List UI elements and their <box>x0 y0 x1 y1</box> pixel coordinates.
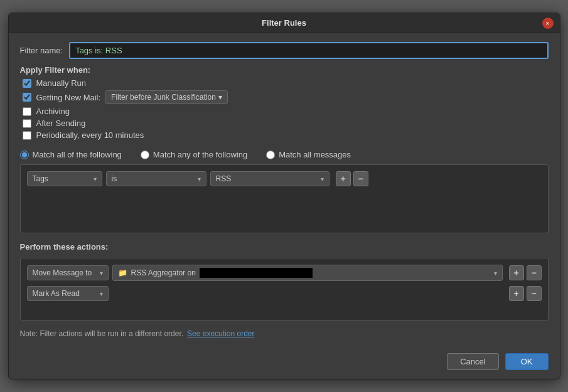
match-any-following-label: Match any of the following <box>153 150 247 159</box>
note-row: Note: Filter actions will be run in a di… <box>20 329 549 338</box>
close-button[interactable]: × <box>542 18 554 29</box>
match-all-messages-row: Match all messages <box>266 150 351 159</box>
apply-filter-label: Apply Filter when: <box>20 65 549 75</box>
junk-classification-dropdown[interactable]: Filter before Junk Classification ▾ <box>105 90 228 104</box>
filter-name-row: Filter name: Tags is: RSS <box>20 42 549 59</box>
action2-add-button[interactable]: + <box>509 286 524 301</box>
action1-remove-button[interactable]: − <box>527 265 542 280</box>
filter-name-label: Filter name: <box>20 46 63 55</box>
condition-remove-button[interactable]: − <box>353 171 368 186</box>
title-bar: Filter Rules × <box>9 13 560 33</box>
getting-new-mail-checkbox[interactable] <box>23 93 31 102</box>
action2-row: Mark As Read ▾ + − <box>27 286 542 301</box>
filter-rules-dialog: Filter Rules × Filter name: Tags is: RSS… <box>8 13 560 379</box>
archiving-checkbox[interactable] <box>23 107 31 116</box>
action1-row: Move Message to ▾ 📁 RSS Aggregator on ▾ … <box>27 265 542 281</box>
match-any-following-row: Match any of the following <box>141 150 247 159</box>
manually-run-label: Manually Run <box>36 78 87 88</box>
getting-new-mail-label: Getting New Mail: <box>36 93 101 102</box>
condition-value-dropdown[interactable]: RSS ▾ <box>210 171 330 186</box>
folder-icon: 📁 <box>118 268 127 277</box>
rss-path-redacted <box>200 268 313 278</box>
match-any-following-radio[interactable] <box>141 151 149 159</box>
condition-add-button[interactable]: + <box>336 171 351 186</box>
match-all-messages-radio[interactable] <box>266 151 275 159</box>
perform-section: Perform these actions: Move Message to ▾… <box>20 242 549 320</box>
note-text: Note: Filter actions will be run in a di… <box>20 329 184 338</box>
getting-new-mail-row: Getting New Mail: Filter before Junk Cla… <box>20 89 549 105</box>
periodically-checkbox[interactable] <box>23 131 31 140</box>
after-sending-row: After Sending <box>20 117 549 129</box>
match-all-following-row: Match all of the following <box>20 150 122 159</box>
dialog-title: Filter Rules <box>262 18 306 28</box>
action2-dropdown[interactable]: Mark As Read ▾ <box>27 286 109 301</box>
filter-name-input[interactable]: Tags is: RSS <box>69 42 548 59</box>
dialog-footer: Cancel OK <box>9 347 560 379</box>
match-all-following-radio[interactable] <box>20 151 29 159</box>
archiving-label: Archiving <box>36 107 70 116</box>
condition-field-dropdown[interactable]: Tags ▾ <box>27 171 102 186</box>
conditions-area: Tags ▾ is ▾ RSS ▾ + − <box>20 164 549 233</box>
condition-row: Tags ▾ is ▾ RSS ▾ + − <box>27 171 542 186</box>
periodically-row: Periodically, every 10 minutes <box>20 129 549 141</box>
see-execution-order-link[interactable]: See execution order <box>187 329 254 338</box>
perform-actions-label: Perform these actions: <box>20 242 549 252</box>
action1-add-button[interactable]: + <box>509 265 524 280</box>
actions-container: Move Message to ▾ 📁 RSS Aggregator on ▾ … <box>20 258 549 320</box>
condition-operator-dropdown[interactable]: is ▾ <box>106 171 206 186</box>
manually-run-checkbox[interactable] <box>23 79 31 88</box>
action1-target[interactable]: 📁 RSS Aggregator on ▾ <box>112 265 503 281</box>
action2-remove-button[interactable]: − <box>527 286 542 301</box>
cancel-button[interactable]: Cancel <box>447 353 498 370</box>
condition-add-remove: + − <box>336 171 368 186</box>
after-sending-label: After Sending <box>36 119 86 128</box>
action1-dropdown[interactable]: Move Message to ▾ <box>27 265 109 280</box>
match-all-messages-label: Match all messages <box>279 150 351 159</box>
after-sending-checkbox[interactable] <box>23 119 31 128</box>
archiving-row: Archiving <box>20 105 549 117</box>
apply-filter-section: Apply Filter when: Manually Run Getting … <box>20 65 549 141</box>
match-radios: Match all of the following Match any of … <box>20 150 549 159</box>
match-all-following-label: Match all of the following <box>33 150 122 159</box>
dialog-body: Filter name: Tags is: RSS Apply Filter w… <box>9 33 560 347</box>
action2-add-remove: + − <box>509 286 542 301</box>
ok-button[interactable]: OK <box>505 353 549 370</box>
match-section: Match all of the following Match any of … <box>20 150 549 233</box>
manually-run-row: Manually Run <box>20 77 549 89</box>
action1-add-remove: + − <box>509 265 542 280</box>
periodically-label: Periodically, every 10 minutes <box>36 130 144 140</box>
